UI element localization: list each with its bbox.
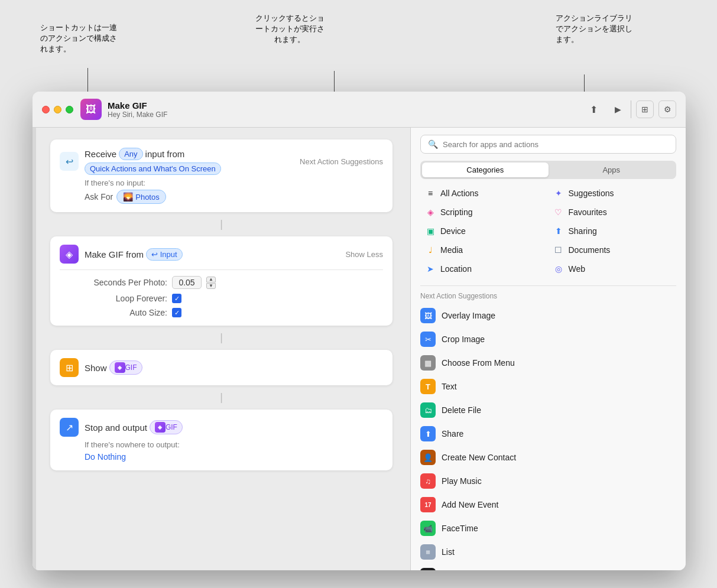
photos-icon: 🌄 (123, 192, 133, 202)
action-card-receive: ↩ Receive Any input from Quick Actions a… (50, 139, 392, 212)
action-card-stop: ↗ Stop and output ◈ GIF If there's nowhe… (50, 410, 392, 470)
category-apps-tabs: Categories Apps (420, 161, 676, 179)
category-sharing[interactable]: ⬆ Sharing (549, 223, 677, 239)
stepper-up[interactable]: ▲ (206, 277, 216, 282)
category-all-actions[interactable]: ≡ All Actions (420, 185, 549, 202)
gif-icon-inline-2: ◈ (155, 422, 166, 433)
list-item-create-contact[interactable]: 👤 Create New Contact (411, 446, 686, 469)
category-media[interactable]: ♩ Media (420, 242, 549, 258)
seconds-per-photo-row: Seconds Per Photo: 0.05 ▲ ▼ (85, 276, 383, 289)
category-favourites[interactable]: ♡ Favourites (549, 204, 677, 220)
category-suggestions[interactable]: ✦ Suggestions (549, 185, 677, 202)
annotation-line-left (87, 68, 88, 93)
suggestions-label: Suggestions (569, 189, 614, 198)
app-icon: 🖼 (80, 99, 102, 120)
search-input[interactable] (443, 140, 669, 149)
share-button[interactable]: ⬆ (585, 100, 602, 118)
list-item-crop-image[interactable]: ✂ Crop Image (411, 327, 686, 351)
auto-size-label: Auto Size: (85, 308, 167, 317)
list-item-text[interactable]: T Text (411, 375, 686, 398)
scripting-label: Scripting (440, 207, 472, 217)
stop-gif-token[interactable]: ◈ GIF (150, 420, 183, 434)
stop-icon: ↗ (60, 418, 79, 437)
gif-params: Seconds Per Photo: 0.05 ▲ ▼ Loop Forever… (85, 276, 383, 317)
annotation-center: クリックするとショートカットが実行されます。 (254, 13, 325, 45)
media-label: Media (440, 245, 463, 255)
list-item-list[interactable]: ≡ List (411, 540, 686, 564)
list-item-delete-file[interactable]: 🗂 Delete File (411, 398, 686, 422)
show-title: Show ◈ GIF (85, 360, 383, 375)
overlay-image-label: Overlay Image (442, 311, 495, 320)
category-documents[interactable]: ☐ Documents (549, 242, 677, 258)
show-less-button[interactable]: Show Less (345, 250, 383, 259)
drag-handle[interactable] (33, 128, 36, 570)
scripting-icon: ◈ (425, 207, 436, 217)
text-label: Text (442, 382, 457, 391)
workflow-panel: ↩ Receive Any input from Quick Actions a… (33, 128, 411, 570)
make-gif-input-token[interactable]: ↩ Input (146, 248, 183, 261)
show-gif-token[interactable]: ◈ GIF (109, 360, 142, 375)
overlay-image-icon: 🖼 (420, 308, 436, 323)
action-header-show: ⊞ Show ◈ GIF (60, 358, 383, 377)
share-icon: ⬆ (420, 426, 436, 441)
category-scripting[interactable]: ◈ Scripting (420, 204, 549, 220)
loop-forever-checkbox[interactable]: ✓ (172, 294, 181, 303)
list-item-facetime[interactable]: 📹 FaceTime (411, 516, 686, 540)
photos-token[interactable]: 🌄 Photos (116, 190, 166, 204)
category-web[interactable]: ◎ Web (549, 261, 677, 277)
voice-memo-icon: 🎤 (420, 568, 436, 570)
category-device[interactable]: ▣ Device (420, 223, 549, 239)
do-nothing-row: Do Nothing (85, 451, 383, 462)
facetime-label: FaceTime (442, 524, 478, 533)
tab-categories[interactable]: Categories (422, 163, 549, 177)
action-header-receive: ↩ Receive Any input from Quick Actions a… (60, 148, 383, 175)
device-icon: ▣ (425, 226, 436, 236)
maximize-button[interactable] (66, 106, 73, 113)
list-icon: ≡ (420, 544, 436, 560)
auto-size-row: Auto Size: ✓ (85, 308, 383, 317)
stop-title: Stop and output ◈ GIF (85, 420, 383, 434)
crop-image-icon: ✂ (420, 332, 436, 347)
do-nothing-link[interactable]: Do Nothing (85, 452, 126, 462)
tab-apps[interactable]: Apps (549, 163, 675, 177)
panel-search-header: 🔍 (411, 128, 686, 161)
location-icon: ➤ (425, 264, 436, 274)
make-gif-icon: ◈ (60, 245, 79, 264)
list-item-play-music[interactable]: ♫ Play Music (411, 469, 686, 493)
crop-image-label: Crop Image (442, 334, 485, 344)
add-action-button[interactable]: ⊞ (636, 100, 654, 118)
favourites-icon: ♡ (553, 207, 564, 217)
filter-button[interactable]: ⚙ (658, 100, 676, 118)
play-button[interactable]: ▶ (609, 101, 626, 118)
auto-size-checkbox[interactable]: ✓ (172, 308, 181, 317)
list-item-voice-memo[interactable]: 🎤 Record a new voice memo (411, 564, 686, 570)
receive-source-token[interactable]: Quick Actions and What's On Screen (85, 163, 221, 175)
stepper-down[interactable]: ▼ (206, 283, 216, 289)
seconds-value[interactable]: 0.05 (172, 276, 202, 289)
minimize-button[interactable] (54, 106, 61, 113)
traffic-lights (42, 106, 73, 113)
list-item-choose-from-menu[interactable]: ▦ Choose From Menu (411, 351, 686, 375)
action-header-stop: ↗ Stop and output ◈ GIF (60, 418, 383, 437)
list-item-overlay-image[interactable]: 🖼 Overlay Image (411, 304, 686, 327)
close-button[interactable] (42, 106, 50, 113)
actions-panel: 🔍 Categories Apps ≡ All Actions ✦ Sugges… (411, 128, 686, 570)
favourites-label: Favourites (569, 207, 607, 217)
ask-for-row: Ask For 🌄 Photos (85, 190, 383, 204)
card-divider-gif (60, 269, 383, 270)
receive-any-token[interactable]: Any (119, 148, 142, 160)
show-icon: ⊞ (60, 358, 79, 377)
documents-label: Documents (569, 245, 611, 255)
documents-icon: ☐ (553, 245, 564, 255)
category-location[interactable]: ➤ Location (420, 261, 549, 277)
show-more-button[interactable]: Next Action Suggestions (300, 157, 383, 166)
titlebar-actions: ⬆ ▶ (585, 100, 626, 118)
list-item-share[interactable]: ⬆ Share (411, 422, 686, 446)
list-label: List (442, 547, 455, 557)
seconds-stepper[interactable]: ▲ ▼ (206, 277, 216, 289)
main-content: ↩ Receive Any input from Quick Actions a… (33, 128, 686, 570)
list-item-add-event[interactable]: 17 Add New Event (411, 493, 686, 516)
connector-3: | (50, 391, 392, 404)
add-event-icon: 17 (420, 497, 436, 512)
action-list: 🖼 Overlay Image ✂ Crop Image ▦ Choose Fr… (411, 304, 686, 570)
